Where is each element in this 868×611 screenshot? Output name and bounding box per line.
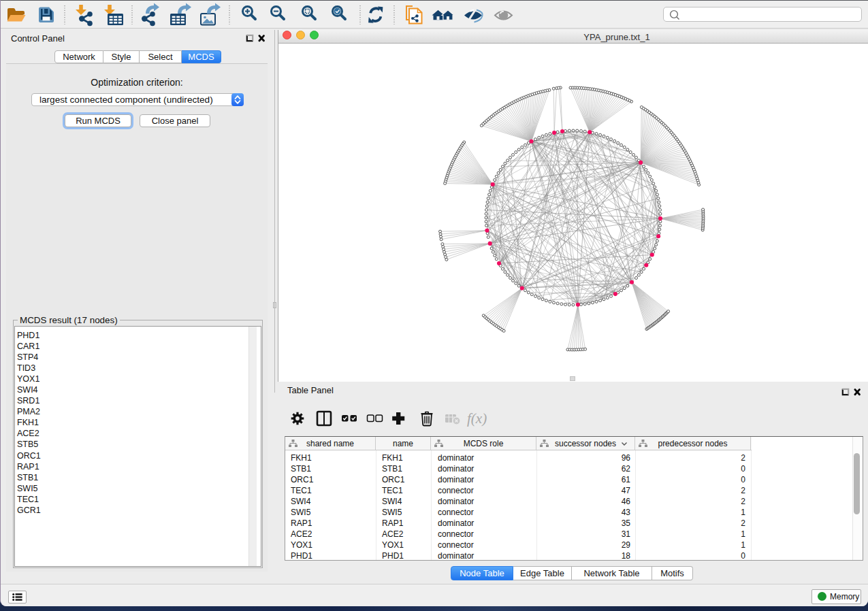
svg-text:f(x): f(x) xyxy=(467,410,487,427)
